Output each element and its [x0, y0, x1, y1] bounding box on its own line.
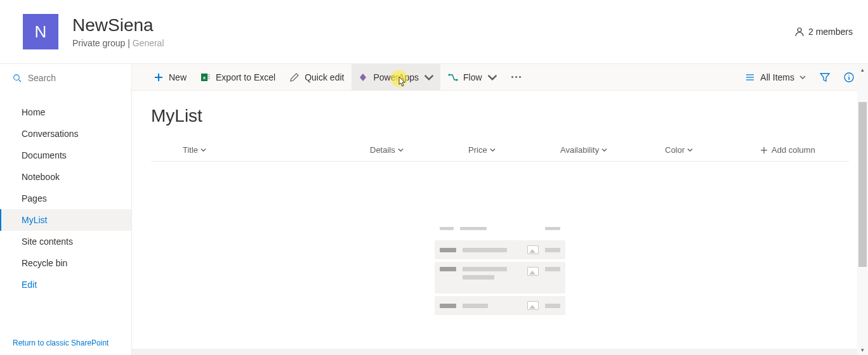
svg-rect-9 — [207, 78, 210, 79]
svg-point-0 — [798, 28, 801, 32]
export-label: Export to Excel — [216, 72, 275, 82]
new-button[interactable]: New — [147, 64, 193, 90]
column-header-availability[interactable]: Availability — [560, 145, 665, 155]
quickedit-button[interactable]: Quick edit — [283, 64, 350, 90]
chevron-down-icon — [490, 147, 496, 153]
chevron-down-icon — [799, 74, 806, 81]
content-area: New x Export to Excel Quick edit PowerAp… — [132, 64, 868, 355]
horizontal-scrollbar[interactable] — [132, 349, 857, 355]
powerapps-label: PowerApps — [373, 72, 419, 82]
info-icon — [844, 72, 854, 82]
nav-item-notebook[interactable]: Notebook — [0, 166, 131, 188]
search-icon — [13, 73, 22, 83]
view-label: All Items — [760, 72, 794, 82]
export-button[interactable]: x Export to Excel — [194, 64, 282, 90]
scrollbar-thumb[interactable] — [858, 102, 867, 267]
flow-label: Flow — [463, 72, 482, 82]
nav-item-home[interactable]: Home — [0, 101, 131, 123]
svg-line-2 — [18, 80, 20, 82]
site-header: N NewSiena Private group | General 2 mem… — [0, 0, 868, 64]
nav-item-documents[interactable]: Documents — [0, 145, 131, 166]
chevron-down-icon — [687, 147, 693, 153]
nav-item-pages[interactable]: Pages — [0, 188, 131, 209]
nav-item-edit[interactable]: Edit — [0, 274, 131, 295]
list-title: MyList — [151, 106, 849, 126]
svg-point-1 — [14, 75, 20, 81]
column-header-color[interactable]: Color — [665, 145, 760, 155]
group-type: Private group — [72, 38, 125, 48]
svg-point-11 — [456, 79, 458, 81]
excel-icon: x — [201, 72, 211, 82]
search-box[interactable] — [0, 64, 131, 93]
chevron-down-icon — [424, 72, 434, 82]
members-label: 2 members — [808, 27, 853, 37]
chevron-down-icon — [487, 72, 497, 82]
svg-rect-8 — [207, 76, 210, 77]
nav-item-recyclebin[interactable]: Recycle bin — [0, 252, 131, 274]
filter-button[interactable] — [813, 64, 836, 90]
site-logo[interactable]: N — [23, 14, 58, 49]
column-header-details[interactable]: Details — [370, 145, 468, 155]
command-bar: New x Export to Excel Quick edit PowerAp… — [132, 64, 868, 91]
chevron-down-icon — [201, 147, 206, 153]
pencil-icon — [289, 72, 299, 82]
add-column-label: Add column — [772, 145, 815, 155]
plus-icon — [760, 146, 768, 154]
site-meta: Private group | General — [72, 38, 794, 48]
classification: General — [133, 38, 164, 48]
svg-point-10 — [449, 74, 450, 75]
scroll-up-icon[interactable]: ▴ — [857, 64, 868, 75]
svg-rect-7 — [207, 74, 210, 75]
svg-point-17 — [848, 74, 850, 75]
view-selector[interactable]: All Items — [739, 64, 812, 90]
list-area: MyList Title Details Price Availability — [132, 91, 868, 355]
chevron-down-icon — [602, 147, 607, 153]
plus-icon — [154, 72, 164, 82]
flow-button[interactable]: Flow — [442, 64, 504, 90]
new-label: New — [169, 72, 187, 82]
left-navigation: Home Conversations Documents Notebook Pa… — [0, 64, 132, 355]
members-icon — [794, 27, 805, 37]
empty-list-placeholder — [151, 219, 849, 315]
nav-item-conversations[interactable]: Conversations — [0, 123, 131, 145]
column-header-price[interactable]: Price — [468, 145, 560, 155]
filter-icon — [820, 72, 830, 82]
list-icon — [745, 72, 755, 82]
search-input[interactable] — [28, 73, 119, 83]
return-classic-link[interactable]: Return to classic SharePoint — [0, 331, 131, 355]
chevron-down-icon — [398, 147, 404, 153]
list-header-row: Title Details Price Availability Color — [151, 139, 849, 162]
flow-icon — [448, 72, 458, 82]
site-info: NewSiena Private group | General — [72, 15, 794, 48]
column-header-title[interactable]: Title — [183, 145, 370, 155]
quickedit-label: Quick edit — [305, 72, 344, 82]
scroll-down-icon[interactable]: ▾ — [857, 344, 868, 355]
site-title[interactable]: NewSiena — [72, 15, 794, 36]
add-column-button[interactable]: Add column — [760, 145, 815, 155]
nav-item-mylist[interactable]: MyList — [0, 209, 131, 231]
powerapps-icon — [358, 72, 368, 82]
powerapps-button[interactable]: PowerApps — [352, 64, 440, 90]
overflow-button[interactable] — [505, 76, 527, 78]
vertical-scrollbar[interactable]: ▴ ▾ — [857, 64, 868, 355]
members-button[interactable]: 2 members — [794, 27, 853, 37]
site-logo-letter: N — [35, 22, 47, 42]
svg-text:x: x — [203, 75, 206, 81]
nav-item-sitecontents[interactable]: Site contents — [0, 231, 131, 252]
